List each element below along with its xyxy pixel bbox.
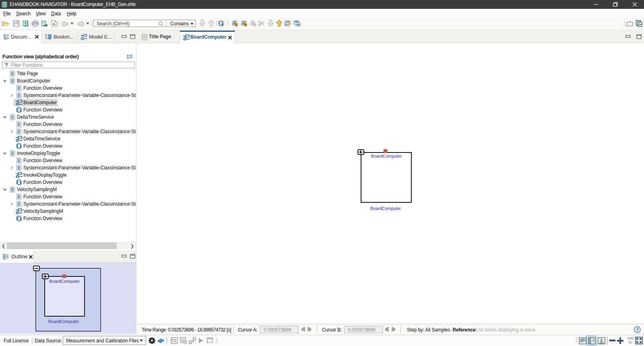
- svg-text:A: A: [244, 23, 247, 27]
- svg-text:?: ?: [636, 327, 639, 332]
- svg-text:A: A: [53, 22, 56, 26]
- svg-text:D: D: [235, 23, 237, 27]
